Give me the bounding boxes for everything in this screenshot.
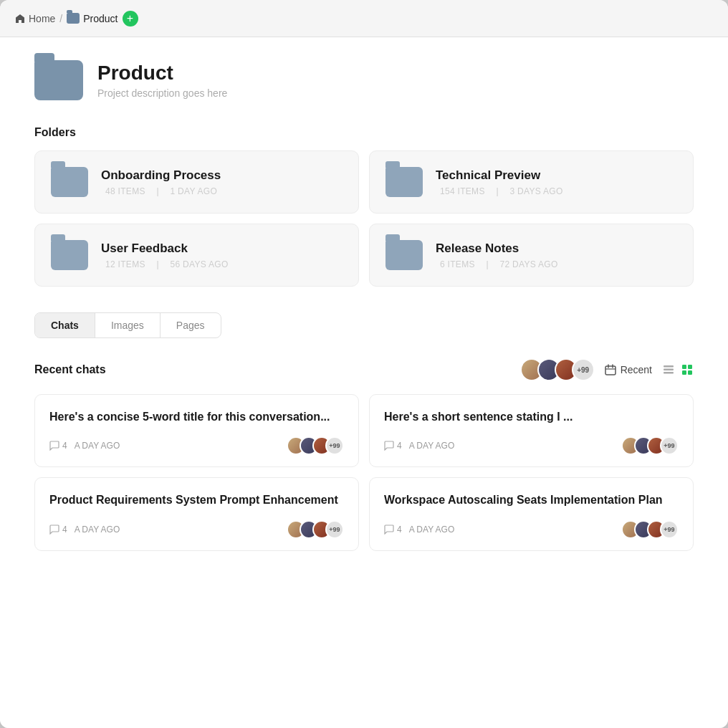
folder-card-technical[interactable]: Technical Preview 154 ITEMS | 3 DAYS AGO: [369, 150, 694, 214]
chat-footer: 4 A DAY AGO +99: [384, 436, 679, 455]
chat-title: Here's a short sentence stating I ...: [384, 409, 679, 425]
comment-icon: [384, 525, 394, 535]
svg-rect-0: [605, 366, 616, 375]
folder-meta: 12 ITEMS | 56 DAYS AGO: [101, 259, 233, 269]
folder-icon: [385, 240, 423, 270]
folder-items: 6 ITEMS: [440, 259, 475, 269]
breadcrumb-separator: /: [59, 13, 62, 24]
home-label: Home: [29, 13, 55, 24]
folder-card-release[interactable]: Release Notes 6 ITEMS | 72 DAYS AGO: [369, 224, 694, 287]
project-title: Product: [97, 62, 227, 85]
folder-meta: 48 ITEMS | 1 DAY AGO: [101, 186, 221, 196]
recent-label: Recent: [621, 364, 652, 375]
folder-name: User Feedback: [101, 241, 233, 256]
folder-name: Technical Preview: [436, 168, 567, 183]
chat-avatars: +99: [287, 436, 344, 455]
home-icon: [14, 13, 26, 24]
folder-age: 3 DAYS AGO: [509, 186, 562, 196]
folder-sep: |: [156, 259, 158, 269]
chat-age: A DAY AGO: [409, 525, 455, 535]
svg-rect-6: [664, 372, 674, 374]
avatar-plus: +99: [660, 520, 679, 539]
comment-count: 4: [397, 441, 402, 451]
folder-info: Onboarding Process 48 ITEMS | 1 DAY AGO: [101, 168, 221, 196]
list-view-icon: [662, 363, 675, 376]
tab-pages[interactable]: Pages: [161, 313, 221, 337]
chat-footer: 4 A DAY AGO +99: [49, 520, 344, 539]
tab-images[interactable]: Images: [95, 313, 161, 337]
svg-rect-4: [664, 365, 674, 368]
list-view-button[interactable]: [662, 363, 675, 376]
chats-header: Recent chats +99 Recent: [34, 358, 694, 381]
project-header: Product Project description goes here: [34, 60, 694, 100]
chat-card-2[interactable]: Product Requirements System Prompt Enhan…: [34, 477, 359, 550]
chat-comment-count: 4: [384, 441, 402, 451]
grid-view-icon: [681, 363, 694, 376]
calendar-icon: [605, 364, 616, 375]
avatar-plus: +99: [660, 436, 679, 455]
view-toggle: [662, 363, 694, 376]
chat-title: Workspace Autoscaling Seats Implementati…: [384, 492, 679, 508]
chat-title: Product Requirements System Prompt Enhan…: [49, 492, 344, 508]
folder-icon-breadcrumb: [67, 13, 80, 24]
chat-title: Here's a concise 5-word title for this c…: [49, 409, 344, 425]
avatar-plus-count: +99: [572, 358, 595, 381]
svg-rect-9: [682, 370, 686, 375]
breadcrumb-current: Product: [67, 13, 118, 24]
project-folder-icon: [34, 60, 83, 100]
chat-card-0[interactable]: Here's a concise 5-word title for this c…: [34, 394, 359, 467]
add-button[interactable]: +: [123, 11, 138, 27]
folder-age: 72 DAYS AGO: [499, 259, 557, 269]
breadcrumb-current-label: Product: [83, 13, 118, 24]
comment-icon: [49, 441, 59, 451]
chat-age: A DAY AGO: [409, 441, 455, 451]
folder-name: Release Notes: [436, 241, 562, 256]
chat-avatars: +99: [287, 520, 344, 539]
svg-rect-8: [688, 365, 692, 369]
chat-card-1[interactable]: Here's a short sentence stating I ... 4 …: [369, 394, 694, 467]
avatar-plus: +99: [325, 520, 344, 539]
chat-footer: 4 A DAY AGO +99: [49, 436, 344, 455]
breadcrumb-home[interactable]: Home: [14, 13, 55, 24]
avatar-plus: +99: [325, 436, 344, 455]
chat-avatars: +99: [621, 436, 679, 455]
comment-icon: [49, 525, 59, 535]
folders-grid: Onboarding Process 48 ITEMS | 1 DAY AGO …: [34, 150, 694, 287]
tab-chats[interactable]: Chats: [35, 313, 95, 337]
svg-rect-10: [688, 370, 692, 375]
chat-footer: 4 A DAY AGO +99: [384, 520, 679, 539]
folder-card-feedback[interactable]: User Feedback 12 ITEMS | 56 DAYS AGO: [34, 224, 359, 287]
comment-count: 4: [62, 525, 67, 535]
chat-comment-count: 4: [384, 525, 402, 535]
folder-name: Onboarding Process: [101, 168, 221, 183]
folder-card-onboarding[interactable]: Onboarding Process 48 ITEMS | 1 DAY AGO: [34, 150, 359, 214]
folder-info: User Feedback 12 ITEMS | 56 DAYS AGO: [101, 241, 233, 269]
comment-icon: [384, 441, 394, 451]
chats-controls: +99 Recent: [520, 358, 694, 381]
folder-sep: |: [156, 186, 158, 196]
tabs-bar: Chats Images Pages: [34, 312, 221, 338]
folders-section-title: Folders: [34, 126, 694, 139]
folder-sep: |: [496, 186, 498, 196]
chat-meta: 4 A DAY AGO: [49, 525, 120, 535]
chat-comment-count: 4: [49, 525, 67, 535]
grid-view-button[interactable]: [681, 363, 694, 376]
chat-card-3[interactable]: Workspace Autoscaling Seats Implementati…: [369, 477, 694, 550]
chat-meta: 4 A DAY AGO: [49, 441, 120, 451]
chat-age: A DAY AGO: [75, 441, 120, 451]
breadcrumb: Home / Product: [14, 13, 118, 24]
folder-sep: |: [486, 259, 488, 269]
svg-rect-7: [682, 365, 686, 369]
folder-items: 154 ITEMS: [440, 186, 485, 196]
folder-age: 56 DAYS AGO: [170, 259, 228, 269]
folder-items: 12 ITEMS: [105, 259, 145, 269]
project-info: Product Project description goes here: [97, 62, 227, 99]
chats-section-title: Recent chats: [34, 363, 106, 376]
main-content: Product Project description goes here Fo…: [0, 37, 728, 728]
app-window: Home / Product + Product Project descrip…: [0, 0, 728, 728]
recent-button[interactable]: Recent: [605, 364, 652, 375]
chat-meta: 4 A DAY AGO: [384, 441, 454, 451]
folder-meta: 6 ITEMS | 72 DAYS AGO: [436, 259, 562, 269]
topbar: Home / Product +: [0, 0, 728, 37]
chat-age: A DAY AGO: [75, 525, 120, 535]
